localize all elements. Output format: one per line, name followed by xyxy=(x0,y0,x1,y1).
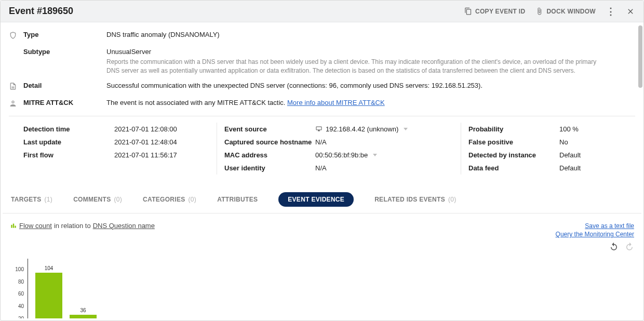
mac-value[interactable]: 00:50:56:bf:9b:be xyxy=(315,151,377,159)
svg-rect-1 xyxy=(13,224,14,228)
event-source-label: Event source xyxy=(224,125,315,133)
chart-ytick: 20 xyxy=(18,315,24,318)
copy-icon xyxy=(464,7,472,15)
mitre-label: MITRE ATT&CK xyxy=(23,99,106,106)
mitre-value: The event is not associated with any MIT… xyxy=(106,99,285,106)
type-value: DNS traffic anomaly (DNSANOMALY) xyxy=(106,31,635,38)
document-icon xyxy=(9,82,17,90)
caret-down-icon xyxy=(373,154,377,156)
detail-value: Successful communication with the unexpe… xyxy=(106,82,635,89)
header-actions: COPY EVENT ID DOCK WINDOW ⋮ xyxy=(464,7,635,16)
undo-button[interactable] xyxy=(609,242,619,253)
query-monitoring-link[interactable]: Query the Monitoring Center xyxy=(556,230,634,239)
col-source: Event source 192.168.4.42 (unknown) Capt… xyxy=(217,123,461,175)
chart-ytick: 100 xyxy=(15,266,24,272)
tab-targets[interactable]: TARGETS (1) xyxy=(11,196,52,203)
details-grid: Detection time2021-07-01 12:08:00 Last u… xyxy=(9,119,635,180)
attach-icon xyxy=(535,7,543,15)
chart-bar-group: 104 xyxy=(35,265,62,318)
tab-related-ids[interactable]: RELATED IDS EVENTS (0) xyxy=(374,196,456,203)
evidence-links: Save as a text file Query the Monitoring… xyxy=(556,222,634,239)
copy-event-id-button[interactable]: COPY EVENT ID xyxy=(464,7,525,15)
tab-comments[interactable]: COMMENTS (0) xyxy=(73,196,122,203)
dock-window-button[interactable]: DOCK WINDOW xyxy=(535,7,596,15)
mitre-icon xyxy=(9,99,17,108)
user-identity-value: N/A xyxy=(315,164,327,172)
detected-by-value: Default xyxy=(559,151,581,159)
chart-bar-value: 104 xyxy=(45,265,53,271)
data-feed-value: Default xyxy=(559,164,581,172)
last-update-label: Last update xyxy=(23,138,114,146)
svg-rect-0 xyxy=(11,225,12,228)
mac-label: MAC address xyxy=(224,151,315,159)
col-time: Detection time2021-07-01 12:08:00 Last u… xyxy=(9,123,217,175)
detection-time-value: 2021-07-01 12:08:00 xyxy=(114,125,177,133)
event-source-value[interactable]: 192.168.4.42 (unknown) xyxy=(315,125,408,133)
event-info: Type DNS traffic anomaly (DNSANOMALY) Su… xyxy=(1,22,643,185)
data-feed-label: Data feed xyxy=(468,164,559,172)
col-meta: Probability100 % False positiveNo Detect… xyxy=(461,123,635,175)
detected-by-label: Detected by instance xyxy=(468,151,559,159)
first-flow-label: First flow xyxy=(23,151,114,159)
type-row: Type DNS traffic anomaly (DNSANOMALY) xyxy=(9,28,635,45)
chart-bar-group: 36 xyxy=(70,307,97,318)
redo-button[interactable] xyxy=(625,242,634,253)
device-icon xyxy=(315,126,323,132)
evidence-title: Flow count in relation to DNS Question n… xyxy=(10,222,155,230)
captured-hostname-label: Captured source hostname xyxy=(224,138,315,146)
more-menu-button[interactable]: ⋮ xyxy=(606,7,615,16)
subtype-value: UnusualServer xyxy=(106,48,635,56)
probability-label: Probability xyxy=(468,125,559,133)
chart-bar[interactable] xyxy=(70,315,97,318)
evidence-relation: in relation to xyxy=(54,222,91,230)
shield-icon xyxy=(9,31,17,39)
event-title: Event #189650 xyxy=(9,6,73,17)
detection-time-label: Detection time xyxy=(23,125,114,133)
chart-ytick: 40 xyxy=(18,303,24,309)
false-positive-value: No xyxy=(559,138,568,146)
close-button[interactable] xyxy=(626,7,635,16)
subtype-row: Subtype UnusualServer Reports the commun… xyxy=(9,45,635,78)
chart-yaxis: 020406080100 xyxy=(10,259,26,318)
last-update-value: 2021-07-01 12:48:04 xyxy=(114,138,177,146)
panel-header: Event #189650 COPY EVENT ID DOCK WINDOW … xyxy=(1,1,643,22)
caret-down-icon xyxy=(404,128,408,130)
bar-chart-icon xyxy=(10,222,17,229)
mitre-row: MITRE ATT&CK The event is not associated… xyxy=(9,96,635,113)
detail-label: Detail xyxy=(23,82,106,89)
chart-ytick: 80 xyxy=(18,278,24,284)
detail-row: Detail Successful communication with the… xyxy=(9,78,635,96)
subtype-description: Reports the communication with a DNS ser… xyxy=(106,58,610,75)
tab-event-evidence[interactable]: EVENT EVIDENCE xyxy=(278,192,354,207)
chart-bars: 10436 xyxy=(28,269,119,318)
chart-bar[interactable] xyxy=(35,273,62,318)
save-text-link[interactable]: Save as a text file xyxy=(556,222,634,231)
user-identity-label: User identity xyxy=(224,164,315,172)
first-flow-value: 2021-07-01 11:56:17 xyxy=(114,151,177,159)
tab-attributes[interactable]: ATTRIBUTES xyxy=(217,196,258,203)
chart-ytick: 60 xyxy=(18,291,24,297)
mitre-link[interactable]: More info about MITRE ATT&CK xyxy=(287,99,385,106)
event-panel: Event #189650 COPY EVENT ID DOCK WINDOW … xyxy=(0,0,644,321)
captured-hostname-value: N/A xyxy=(315,138,327,146)
redo-icon xyxy=(625,242,634,251)
tabs-bar: TARGETS (1) COMMENTS (0) CATEGORIES (0) … xyxy=(3,185,641,213)
undo-icon xyxy=(609,242,619,251)
tab-categories[interactable]: CATEGORIES (0) xyxy=(143,196,196,203)
close-icon xyxy=(626,7,635,16)
evidence-dimension[interactable]: DNS Question name xyxy=(93,222,155,230)
evidence-section: Flow count in relation to DNS Question n… xyxy=(1,213,643,318)
separator xyxy=(9,116,635,116)
chart-controls xyxy=(556,242,634,253)
svg-rect-2 xyxy=(15,226,16,228)
chart-bar-value: 36 xyxy=(80,307,86,313)
type-label: Type xyxy=(23,31,106,38)
copy-event-id-label: COPY EVENT ID xyxy=(475,8,525,15)
false-positive-label: False positive xyxy=(468,138,559,146)
probability-value: 100 % xyxy=(559,125,579,133)
dock-window-label: DOCK WINDOW xyxy=(546,8,596,15)
subtype-label: Subtype xyxy=(23,48,106,56)
evidence-metric[interactable]: Flow count xyxy=(19,222,52,230)
chart: 020406080100 10436 p….orgse….com xyxy=(10,259,119,318)
panel-body: Type DNS traffic anomaly (DNSANOMALY) Su… xyxy=(1,22,643,318)
